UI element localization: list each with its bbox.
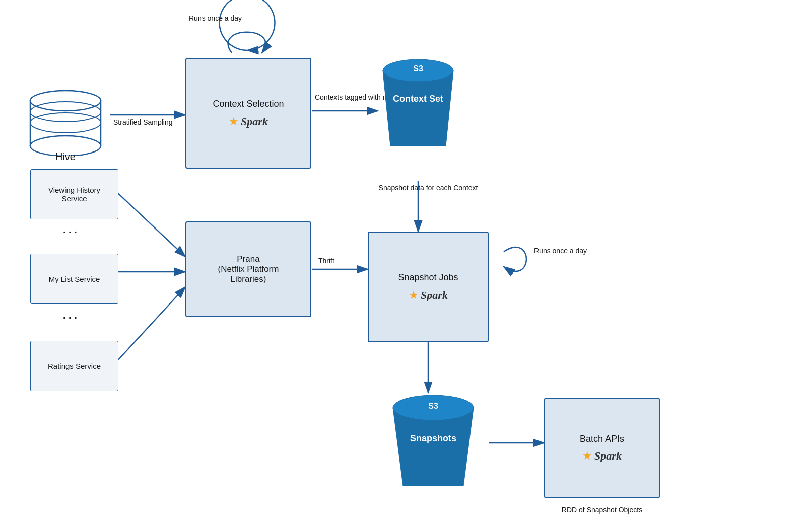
dots-2: · · · — [63, 312, 77, 324]
prana-label: Prana (Netflix Platform Libraries) — [218, 254, 279, 284]
hive-shape: Hive — [25, 75, 106, 163]
batch-apis-spark: ★ Spark — [582, 449, 622, 463]
my-list-service-box: My List Service — [30, 254, 118, 304]
batch-apis-star-icon: ★ — [582, 449, 592, 463]
context-selection-label: Context Selection — [213, 99, 284, 109]
prana-box: Prana (Netflix Platform Libraries) — [185, 221, 311, 317]
svg-point-13 — [30, 91, 101, 111]
rdd-label: RDD of Snapshot Objects — [544, 506, 660, 514]
context-selection-spark-text: Spark — [241, 115, 268, 128]
runs-once-day-top-label: Runs once a day — [189, 14, 242, 22]
context-set-label: Context Set — [373, 94, 463, 104]
snapshots-label: Snapshots — [383, 433, 484, 444]
dots-1: · · · — [63, 226, 77, 238]
batch-apis-spark-text: Spark — [594, 449, 622, 463]
context-set-bucket: S3 Context Set — [373, 55, 463, 156]
svg-line-5 — [116, 191, 185, 257]
runs-once-day-right-label: Runs once a day — [534, 247, 587, 255]
snapshot-jobs-label: Snapshot Jobs — [398, 272, 458, 283]
context-selection-spark: ★ Spark — [229, 115, 268, 128]
snapshot-jobs-spark-text: Spark — [421, 289, 448, 302]
snapshot-jobs-box: Snapshot Jobs ★ Spark — [368, 232, 489, 342]
hive-label: Hive — [55, 151, 76, 163]
svg-line-7 — [116, 287, 185, 362]
snapshots-s3-label: S3 — [383, 402, 484, 411]
snapshot-jobs-star-icon: ★ — [409, 289, 419, 302]
batch-apis-label: Batch APIs — [580, 434, 624, 444]
thrift-label: Thrift — [318, 257, 334, 265]
snapshot-data-label: Snapshot data for each Context — [379, 184, 478, 192]
viewing-history-service-box: Viewing History Service — [30, 169, 118, 219]
stratified-sampling-label: Stratified Sampling — [113, 118, 173, 126]
context-set-s3-label: S3 — [373, 64, 463, 73]
ratings-service-box: Ratings Service — [30, 341, 118, 391]
batch-apis-box: Batch APIs ★ Spark — [544, 398, 660, 498]
context-selection-star-icon: ★ — [229, 115, 239, 128]
diagram-container: Hive Stratified Sampling Runs once a day… — [0, 0, 806, 532]
snapshots-bucket: S3 Snapshots — [383, 393, 484, 493]
context-selection-box: Context Selection ★ Spark — [185, 58, 311, 169]
snapshot-jobs-spark: ★ Spark — [409, 289, 448, 302]
